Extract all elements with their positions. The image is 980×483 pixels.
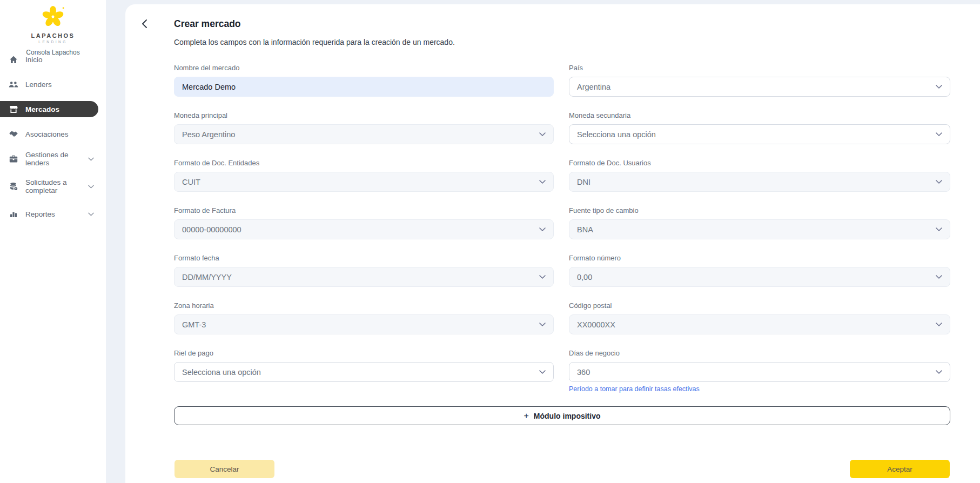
users-icon xyxy=(9,80,18,89)
market-form: Nombre del mercado Mercado Demo País Arg… xyxy=(174,64,950,393)
database-icon xyxy=(9,182,18,191)
field-label: Moneda secundaria xyxy=(569,111,950,120)
store-icon xyxy=(9,105,18,113)
field-riel-de-pago: Riel de pago Selecciona una opción xyxy=(174,349,554,393)
sidebar-item-label: Solicitudes a completar xyxy=(25,178,81,194)
field-fuente-tipo-de-cambio: Fuente tipo de cambio BNA xyxy=(569,206,950,239)
field-label: Formato de Factura xyxy=(174,206,554,215)
field-label: Fuente tipo de cambio xyxy=(569,206,950,215)
sidebar-item-label: Mercados xyxy=(25,105,59,113)
formato-de-factura-select[interactable]: 00000-00000000 xyxy=(174,219,554,239)
field-label: Formato de Doc. Entidades xyxy=(174,159,554,167)
riel-de-pago-select[interactable]: Selecciona una opción xyxy=(174,362,554,382)
field-value: Peso Argentino xyxy=(182,130,235,139)
sidebar-item-solicitudes-a-completar[interactable]: Solicitudes a completar xyxy=(0,178,106,194)
field-label: Formato número xyxy=(569,254,950,263)
add-tax-module-button[interactable]: + Módulo impositivo xyxy=(174,406,950,425)
accept-button[interactable]: Aceptar xyxy=(850,460,950,478)
bar-chart-icon xyxy=(9,210,18,218)
field-value: 360 xyxy=(577,368,590,377)
field-zona-horaria: Zona horaria GMT-3 xyxy=(174,301,554,334)
formato-de-doc-usuarios-select[interactable]: DNI xyxy=(569,172,950,192)
sidebar-item-mercados[interactable]: Mercados xyxy=(0,101,98,117)
field-label: Formato fecha xyxy=(174,254,554,263)
sidebar-item-label: Inicio xyxy=(25,56,43,64)
flower-icon xyxy=(41,22,65,31)
field-formato-fecha: Formato fecha DD/MM/YYYY xyxy=(174,254,554,287)
chevron-down-icon xyxy=(539,363,546,381)
field-formato-de-doc-usuarios: Formato de Doc. Usuarios DNI xyxy=(569,159,950,192)
field-label: Moneda principal xyxy=(174,111,554,120)
chevron-down-icon xyxy=(936,172,942,191)
chevron-down-icon xyxy=(936,315,942,334)
field-dias-de-negocio: Días de negocio 360 Período a tomar para… xyxy=(569,349,950,393)
chevron-down-icon xyxy=(88,212,106,216)
sidebar-nav: Inicio Lenders Mercados Asociaciones Ges… xyxy=(0,51,106,233)
chevron-down-icon xyxy=(936,220,942,239)
zona-horaria-select[interactable]: GMT-3 xyxy=(174,314,554,334)
field-pais: País Argentina xyxy=(569,64,950,97)
chevron-down-icon xyxy=(936,77,942,96)
field-label: Nombre del mercado xyxy=(174,64,554,72)
sidebar: LAPACHOS LENDING Consola Lapachos Inicio… xyxy=(0,0,106,483)
sidebar-item-lenders[interactable]: Lenders xyxy=(0,76,106,92)
briefcase-icon xyxy=(9,155,18,163)
chevron-down-icon xyxy=(88,185,106,189)
field-moneda-secundaria: Moneda secundaria Selecciona una opción xyxy=(569,111,950,144)
field-value: 00000-00000000 xyxy=(182,225,241,234)
pais-select[interactable]: Argentina xyxy=(569,77,950,97)
nombre-del-mercado-input[interactable]: Mercado Demo xyxy=(174,77,554,97)
formato-de-doc-entidades-select[interactable]: CUIT xyxy=(174,172,554,192)
fuente-tipo-de-cambio-select[interactable]: BNA xyxy=(569,219,950,239)
field-value: BNA xyxy=(577,225,593,234)
chevron-down-icon xyxy=(539,267,546,286)
chevron-down-icon xyxy=(539,220,546,239)
home-icon xyxy=(9,55,18,64)
field-value: 0,00 xyxy=(577,273,592,281)
field-formato-de-doc-entidades: Formato de Doc. Entidades CUIT xyxy=(174,159,554,192)
moneda-secundaria-select[interactable]: Selecciona una opción xyxy=(569,124,950,144)
page-subtitle: Completa los campos con la información r… xyxy=(174,38,455,46)
cancel-button[interactable]: Cancelar xyxy=(174,460,274,478)
sidebar-item-reportes[interactable]: Reportes xyxy=(0,206,106,222)
sidebar-item-inicio[interactable]: Inicio xyxy=(0,51,106,68)
chevron-down-icon xyxy=(936,363,942,381)
field-label: Zona horaria xyxy=(174,301,554,310)
formato-fecha-select[interactable]: DD/MM/YYYY xyxy=(174,267,554,287)
back-button[interactable] xyxy=(138,18,150,30)
brand-logo: LAPACHOS LENDING Consola Lapachos xyxy=(0,0,106,56)
field-value: XX0000XX xyxy=(577,320,615,329)
field-label: Formato de Doc. Usuarios xyxy=(569,159,950,167)
field-moneda-principal: Moneda principal Peso Argentino xyxy=(174,111,554,144)
sidebar-item-label: Gestiones de lenders xyxy=(25,151,81,167)
field-label: País xyxy=(569,64,950,72)
sidebar-item-label: Lenders xyxy=(25,81,52,89)
field-codigo-postal: Código postal XX0000XX xyxy=(569,301,950,334)
field-value: Selecciona una opción xyxy=(182,368,261,377)
brand-name: LAPACHOS xyxy=(0,32,106,39)
sidebar-item-asociaciones[interactable]: Asociaciones xyxy=(0,126,106,142)
chevron-down-icon xyxy=(539,172,546,191)
field-value: Argentina xyxy=(577,83,610,91)
handshake-icon xyxy=(9,130,18,138)
field-value: DNI xyxy=(577,178,590,186)
field-nombre-del-mercado: Nombre del mercado Mercado Demo xyxy=(174,64,554,97)
chevron-left-icon xyxy=(142,19,147,30)
chevron-down-icon xyxy=(539,315,546,334)
field-value: GMT-3 xyxy=(182,320,206,329)
sidebar-item-gestiones-de-lenders[interactable]: Gestiones de lenders xyxy=(0,151,106,167)
formato-numero-select[interactable]: 0,00 xyxy=(569,267,950,287)
dias-de-negocio-select[interactable]: 360 xyxy=(569,362,950,382)
sidebar-item-label: Reportes xyxy=(25,210,55,218)
moneda-principal-select[interactable]: Peso Argentino xyxy=(174,124,554,144)
page-title: Crear mercado xyxy=(174,18,241,30)
chevron-down-icon xyxy=(936,267,942,286)
field-value: CUIT xyxy=(182,178,200,186)
field-value: DD/MM/YYYY xyxy=(182,273,232,281)
chevron-down-icon xyxy=(539,125,546,144)
dias-de-negocio-helper-text: Período a tomar para definir tasas efect… xyxy=(569,385,950,393)
codigo-postal-select[interactable]: XX0000XX xyxy=(569,314,950,334)
field-formato-de-factura: Formato de Factura 00000-00000000 xyxy=(174,206,554,239)
sidebar-item-label: Asociaciones xyxy=(25,130,69,138)
brand-tagline: LENDING xyxy=(0,40,106,44)
